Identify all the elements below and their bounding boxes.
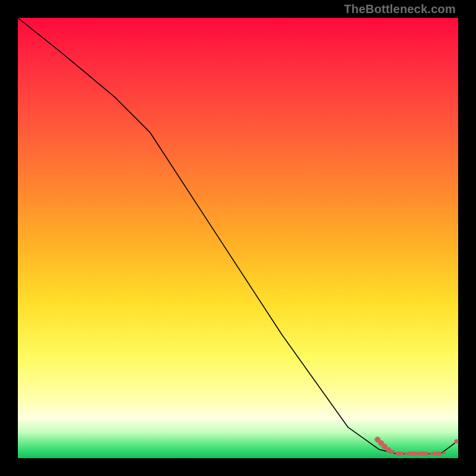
marker-dot <box>443 452 445 454</box>
marker-dot <box>390 450 394 454</box>
chart-frame: TheBottleneck.com <box>0 0 476 476</box>
chart-overlay <box>18 18 458 458</box>
marker-group <box>375 437 458 455</box>
marker-dot <box>430 452 432 455</box>
marker-dot <box>405 452 408 455</box>
series-line <box>18 18 458 454</box>
marker-dot <box>455 440 458 443</box>
watermark-text: TheBottleneck.com <box>344 2 456 16</box>
